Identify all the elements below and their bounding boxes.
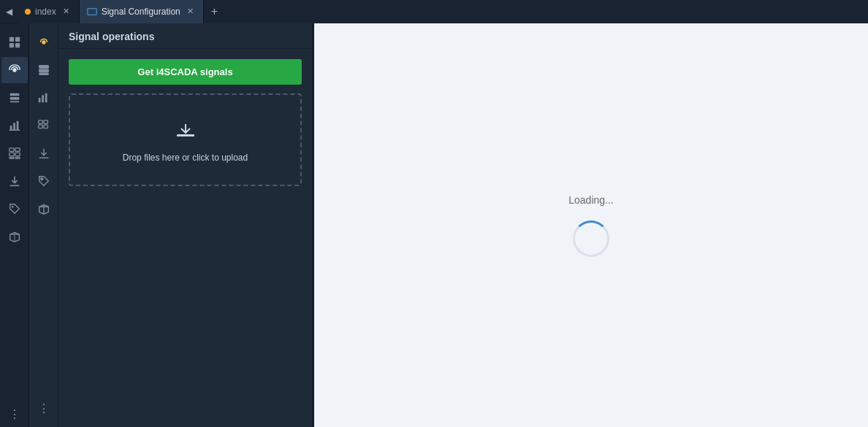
panel-icon-2[interactable] xyxy=(31,57,57,83)
tab-index[interactable]: index ✕ xyxy=(18,0,80,23)
sidebar-icon-grid[interactable] xyxy=(1,140,28,166)
svg-point-21 xyxy=(11,206,13,208)
upload-zone-text: Drop files here or click to upload xyxy=(123,153,248,163)
panel-icon-4[interactable] xyxy=(31,112,57,139)
tab-bar: index ✕ Signal Configuration ✕ + xyxy=(18,0,868,23)
svg-rect-35 xyxy=(177,134,194,136)
svg-rect-7 xyxy=(9,93,19,96)
panel-icon-6[interactable] xyxy=(31,168,57,194)
sidebar-icon-download[interactable] xyxy=(1,168,28,194)
svg-rect-28 xyxy=(45,93,47,103)
svg-point-6 xyxy=(12,68,16,72)
svg-rect-2 xyxy=(9,37,13,42)
sidebar-icon-box[interactable] xyxy=(1,223,28,250)
tab-signal-config[interactable]: Signal Configuration ✕ xyxy=(80,0,204,23)
svg-rect-0 xyxy=(88,8,96,15)
new-tab-icon: + xyxy=(211,5,218,18)
svg-rect-30 xyxy=(44,120,47,124)
svg-rect-18 xyxy=(9,157,13,158)
sidebar-icon-home[interactable] xyxy=(1,29,28,55)
svg-rect-26 xyxy=(38,98,40,102)
tab-label-signal-config: Signal Configuration xyxy=(102,7,180,17)
tab-label-index: index xyxy=(35,7,56,17)
svg-rect-3 xyxy=(15,37,19,42)
panel-sidebar: ⋮ xyxy=(29,23,58,427)
upload-icon xyxy=(174,117,197,145)
svg-rect-15 xyxy=(15,148,19,152)
svg-rect-19 xyxy=(15,157,19,158)
tab-close-index[interactable]: ✕ xyxy=(61,6,72,17)
sidebar-more-icon[interactable]: ⋮ xyxy=(9,407,20,421)
svg-point-34 xyxy=(40,178,42,180)
panel-icon-5[interactable] xyxy=(31,140,57,166)
left-panel: Signal operations Get i4SCADA signals Dr… xyxy=(58,23,314,427)
svg-rect-8 xyxy=(9,97,19,100)
svg-rect-25 xyxy=(39,74,48,75)
loading-spinner xyxy=(573,220,609,257)
loading-text: Loading... xyxy=(568,194,614,206)
svg-rect-17 xyxy=(15,153,19,156)
main-layout: ⋮ ⋮ Signal operations Get i4SC xyxy=(0,23,868,427)
svg-rect-16 xyxy=(9,153,13,156)
svg-rect-29 xyxy=(38,120,42,124)
tab-nav-back[interactable]: ◀ xyxy=(0,0,18,23)
sidebar-icon-signal[interactable] xyxy=(1,57,28,83)
svg-rect-10 xyxy=(9,126,12,130)
svg-rect-32 xyxy=(44,125,47,128)
panel-body: Get i4SCADA signals Drop files here or c… xyxy=(58,49,312,196)
svg-rect-31 xyxy=(38,125,42,128)
right-content: Loading... xyxy=(314,23,868,427)
top-bar: ◀ index ✕ Signal Configuration ✕ + xyxy=(0,0,868,23)
icon-sidebar: ⋮ xyxy=(0,23,29,427)
svg-rect-5 xyxy=(15,43,19,47)
upload-dropzone[interactable]: Drop files here or click to upload xyxy=(69,93,302,186)
new-tab-button[interactable]: + xyxy=(204,0,225,23)
tab-close-signal-config[interactable]: ✕ xyxy=(185,6,196,17)
panel-more-icon[interactable]: ⋮ xyxy=(31,395,57,421)
svg-rect-12 xyxy=(16,121,18,131)
svg-rect-14 xyxy=(9,148,13,152)
sidebar-icon-layers[interactable] xyxy=(1,85,28,111)
svg-rect-9 xyxy=(9,101,19,103)
signal-config-icon xyxy=(87,7,97,17)
sidebar-icon-tag[interactable] xyxy=(1,196,28,222)
panel-icon-7[interactable] xyxy=(31,196,57,222)
back-icon: ◀ xyxy=(6,7,12,17)
svg-rect-4 xyxy=(9,43,13,47)
sidebar-icon-chart[interactable] xyxy=(1,112,28,139)
loading-area: Loading... xyxy=(568,194,614,257)
svg-rect-24 xyxy=(39,69,48,72)
svg-rect-23 xyxy=(39,66,48,69)
svg-rect-27 xyxy=(42,95,44,102)
svg-point-22 xyxy=(42,40,45,44)
panel-title: Signal operations xyxy=(58,23,312,49)
panel-icon-3[interactable] xyxy=(31,85,57,111)
panel-icon-signal[interactable] xyxy=(31,29,57,55)
tab-dot-index xyxy=(25,9,31,15)
get-signals-button[interactable]: Get i4SCADA signals xyxy=(69,59,302,85)
svg-rect-11 xyxy=(13,123,15,130)
